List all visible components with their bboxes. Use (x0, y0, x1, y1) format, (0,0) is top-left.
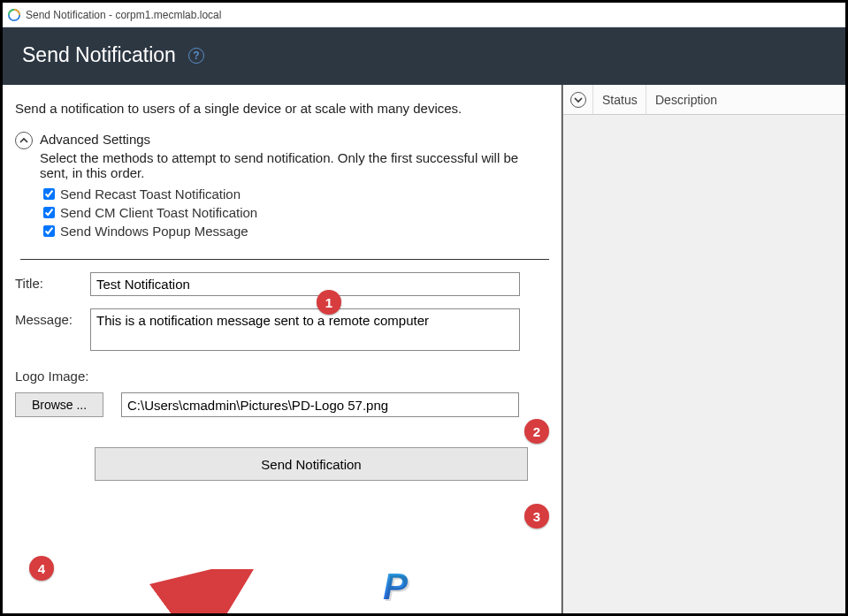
help-icon[interactable]: ? (188, 48, 204, 64)
title-input[interactable] (90, 272, 520, 296)
title-label: Title: (15, 272, 90, 291)
checkbox-recast[interactable]: Send Recast Toast Notification (40, 186, 549, 202)
annotation-badge-2: 2 (524, 419, 549, 444)
intro-text: Send a notification to users of a single… (15, 101, 549, 116)
title-row: Title: (15, 272, 549, 296)
side-header: Status Description (563, 85, 845, 115)
logo-path-input[interactable] (121, 392, 519, 417)
side-pane: Status Description (562, 85, 845, 613)
app-icon (8, 9, 20, 21)
checkbox-cmclient-label: Send CM Client Toast Notification (60, 205, 257, 220)
main-pane: Send a notification to users of a single… (3, 85, 562, 613)
annotation-badge-1: 1 (317, 290, 341, 315)
svg-line-1 (100, 578, 233, 613)
titlebar: Send Notification - corpm1.mecmlab.local (3, 3, 845, 27)
logo-label: Logo Image: (15, 369, 549, 384)
advanced-desc: Select the methods to attempt to send no… (40, 150, 535, 180)
logo-row: Browse ... (15, 392, 549, 417)
header: Send Notification ? (3, 27, 845, 85)
arrow-icon (82, 569, 277, 613)
message-row: Message: This is a notification message … (15, 308, 549, 351)
watermark-logo: P (383, 566, 408, 608)
message-input[interactable]: This is a notification message sent to a… (90, 308, 520, 351)
checkbox-recast-label: Send Recast Toast Notification (60, 186, 241, 202)
checkbox-cmclient[interactable]: Send CM Client Toast Notification (40, 204, 549, 221)
page-title: Send Notification (22, 43, 176, 67)
browse-button[interactable]: Browse ... (15, 392, 103, 417)
annotation-badge-3: 3 (524, 504, 549, 529)
checkbox-winpopup-label: Send Windows Popup Message (60, 224, 248, 239)
col-status[interactable]: Status (593, 85, 646, 114)
checkbox-winpopup-input[interactable] (43, 225, 55, 237)
checkbox-winpopup[interactable]: Send Windows Popup Message (40, 223, 549, 240)
advanced-settings: Advanced Settings Select the methods to … (15, 132, 549, 241)
checkbox-cmclient-input[interactable] (43, 207, 55, 218)
send-notification-button[interactable]: Send Notification (95, 447, 528, 481)
window: Send Notification - corpm1.mecmlab.local… (0, 0, 848, 616)
checkbox-recast-input[interactable] (43, 188, 55, 200)
side-collapse-button[interactable] (563, 85, 593, 114)
annotation-badge-4: 4 (29, 556, 54, 581)
chevron-down-icon (570, 92, 586, 108)
chevron-up-icon[interactable] (15, 132, 33, 149)
message-label: Message: (15, 308, 90, 327)
window-title: Send Notification - corpm1.mecmlab.local (26, 9, 221, 21)
body: Send a notification to users of a single… (3, 85, 845, 613)
advanced-title: Advanced Settings (40, 132, 549, 147)
col-description[interactable]: Description (646, 85, 845, 114)
divider (20, 259, 549, 260)
